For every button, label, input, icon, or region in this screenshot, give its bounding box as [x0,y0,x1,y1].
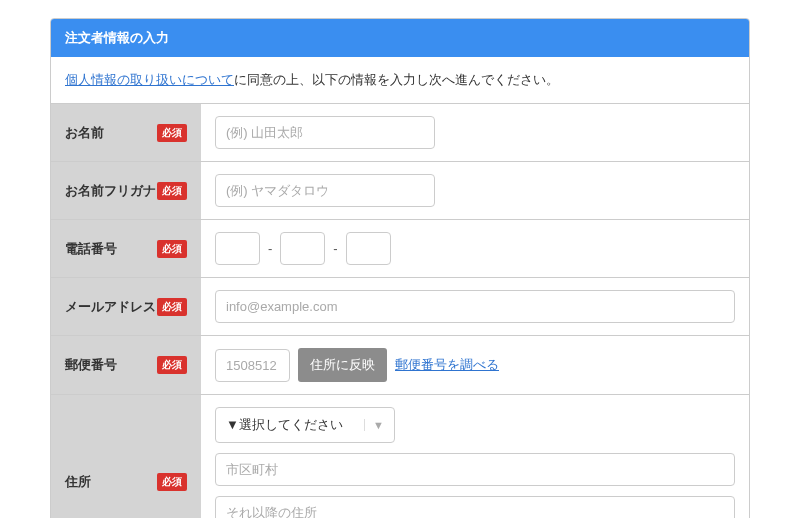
phone-dash-2: - [333,241,337,256]
prefecture-select-placeholder: ▼選択してください [226,416,343,434]
apply-postal-button[interactable]: 住所に反映 [298,348,387,382]
city-input[interactable] [215,453,735,486]
privacy-policy-link[interactable]: 個人情報の取り扱いについて [65,72,234,87]
label-cell-phone: 電話番号 必須 [51,220,201,277]
label-name-kana: お名前フリガナ [65,182,156,200]
label-cell-email: メールアドレス 必須 [51,278,201,335]
row-name-kana: お名前フリガナ 必須 [51,162,749,220]
label-phone: 電話番号 [65,240,117,258]
row-email: メールアドレス 必須 [51,278,749,336]
name-kana-input[interactable] [215,174,435,207]
required-badge: 必須 [157,182,187,200]
label-email: メールアドレス [65,298,156,316]
phone-input-3[interactable] [346,232,391,265]
chevron-down-icon: ▼ [364,419,384,431]
label-cell-postal: 郵便番号 必須 [51,336,201,394]
label-cell-name-kana: お名前フリガナ 必須 [51,162,201,219]
address-rest-input[interactable] [215,496,735,518]
required-badge: 必須 [157,356,187,374]
required-badge: 必須 [157,240,187,258]
row-name: お名前 必須 [51,104,749,162]
label-address: 住所 [65,473,91,491]
phone-input-1[interactable] [215,232,260,265]
intro-after-text: に同意の上、以下の情報を入力し次へ進んでください。 [234,72,559,87]
name-input[interactable] [215,116,435,149]
phone-dash-1: - [268,241,272,256]
required-badge: 必須 [157,298,187,316]
label-cell-name: お名前 必須 [51,104,201,161]
row-address: 住所 必須 ▼選択してください ▼ ※入力されている住所が勤務先の場合は「会社名… [51,395,749,518]
label-cell-address: 住所 必須 [51,395,201,518]
email-input[interactable] [215,290,735,323]
prefecture-select[interactable]: ▼選択してください ▼ [215,407,395,443]
row-postal: 郵便番号 必須 住所に反映 郵便番号を調べる [51,336,749,395]
postal-lookup-link[interactable]: 郵便番号を調べる [395,356,499,374]
order-customer-info-panel: 注文者情報の入力 個人情報の取り扱いについてに同意の上、以下の情報を入力し次へ進… [50,18,750,518]
row-phone: 電話番号 必須 - - [51,220,749,278]
label-name: お名前 [65,124,104,142]
postal-input[interactable] [215,349,290,382]
label-postal: 郵便番号 [65,356,117,374]
panel-title: 注文者情報の入力 [51,19,749,57]
phone-input-2[interactable] [280,232,325,265]
required-badge: 必須 [157,124,187,142]
intro-text: 個人情報の取り扱いについてに同意の上、以下の情報を入力し次へ進んでください。 [51,57,749,104]
required-badge: 必須 [157,473,187,491]
